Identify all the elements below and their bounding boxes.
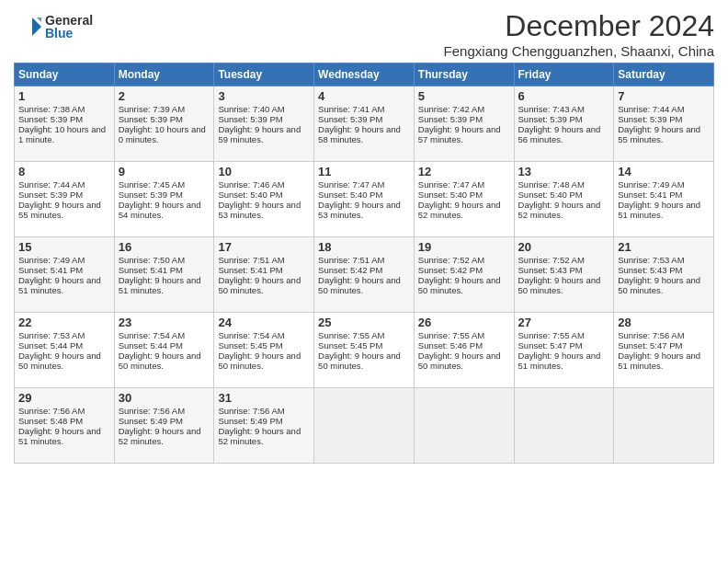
calendar-cell: 23Sunrise: 7:54 AMSunset: 5:44 PMDayligh…: [114, 313, 214, 388]
calendar-cell: 8Sunrise: 7:44 AMSunset: 5:39 PMDaylight…: [15, 162, 115, 237]
logo-blue-text: Blue: [45, 27, 93, 40]
svg-marker-1: [37, 17, 41, 22]
calendar-cell: 19Sunrise: 7:52 AMSunset: 5:42 PMDayligh…: [414, 237, 514, 313]
header-saturday: Saturday: [614, 63, 714, 86]
calendar-cell: 3Sunrise: 7:40 AMSunset: 5:39 PMDaylight…: [214, 86, 314, 162]
calendar-cell: 15Sunrise: 7:49 AMSunset: 5:41 PMDayligh…: [15, 237, 115, 313]
day-number: 6: [518, 89, 610, 103]
calendar-cell: 1Sunrise: 7:38 AMSunset: 5:39 PMDaylight…: [15, 86, 115, 162]
calendar-cell: [314, 388, 415, 464]
calendar-cell: 26Sunrise: 7:55 AMSunset: 5:46 PMDayligh…: [414, 313, 514, 388]
calendar-cell: 20Sunrise: 7:52 AMSunset: 5:43 PMDayligh…: [514, 237, 614, 313]
calendar-cell: 27Sunrise: 7:55 AMSunset: 5:47 PMDayligh…: [514, 313, 614, 388]
header-tuesday: Tuesday: [214, 63, 314, 86]
day-number: 9: [119, 165, 210, 178]
calendar-cell: 13Sunrise: 7:48 AMSunset: 5:40 PMDayligh…: [514, 162, 614, 237]
calendar-cell: 2Sunrise: 7:39 AMSunset: 5:39 PMDaylight…: [114, 86, 214, 162]
calendar-cell: 25Sunrise: 7:55 AMSunset: 5:45 PMDayligh…: [314, 313, 415, 388]
calendar-cell: [614, 388, 714, 464]
calendar-cell: 31Sunrise: 7:56 AMSunset: 5:49 PMDayligh…: [214, 388, 314, 464]
day-number: 15: [18, 240, 110, 254]
day-number: 26: [418, 316, 510, 329]
page-header: General Blue December 2024 Fengxiang Che…: [14, 9, 714, 59]
day-number: 10: [218, 165, 310, 178]
calendar-cell: 10Sunrise: 7:46 AMSunset: 5:40 PMDayligh…: [214, 162, 314, 237]
calendar-cell: 30Sunrise: 7:56 AMSunset: 5:49 PMDayligh…: [114, 388, 214, 464]
day-number: 1: [18, 89, 110, 103]
calendar-body: 1Sunrise: 7:38 AMSunset: 5:39 PMDaylight…: [15, 86, 714, 464]
calendar-cell: 29Sunrise: 7:56 AMSunset: 5:48 PMDayligh…: [15, 388, 115, 464]
calendar-cell: 16Sunrise: 7:50 AMSunset: 5:41 PMDayligh…: [114, 237, 214, 313]
calendar-table: SundayMondayTuesdayWednesdayThursdayFrid…: [14, 63, 714, 464]
day-number: 23: [119, 316, 210, 329]
logo: General Blue: [14, 13, 93, 40]
header-friday: Friday: [514, 63, 614, 86]
title-section: December 2024 Fengxiang Chengguanzhen, S…: [444, 9, 714, 59]
header-sunday: Sunday: [15, 63, 115, 86]
calendar-cell: [514, 388, 614, 464]
day-number: 2: [119, 89, 210, 103]
day-number: 24: [218, 316, 310, 329]
day-number: 7: [618, 89, 710, 103]
day-number: 18: [318, 240, 410, 254]
header-wednesday: Wednesday: [314, 63, 415, 86]
calendar-cell: 21Sunrise: 7:53 AMSunset: 5:43 PMDayligh…: [614, 237, 714, 313]
header-thursday: Thursday: [414, 63, 514, 86]
logo-general-text: General: [45, 14, 93, 27]
location: Fengxiang Chengguanzhen, Shaanxi, China: [444, 43, 714, 59]
day-number: 14: [618, 165, 710, 178]
day-number: 13: [518, 165, 610, 178]
calendar-cell: 4Sunrise: 7:41 AMSunset: 5:39 PMDaylight…: [314, 86, 415, 162]
day-number: 31: [218, 391, 310, 405]
calendar-cell: [414, 388, 514, 464]
logo-icon: [14, 13, 41, 40]
calendar-week-5: 29Sunrise: 7:56 AMSunset: 5:48 PMDayligh…: [15, 388, 714, 464]
day-number: 21: [618, 240, 710, 254]
calendar-cell: 24Sunrise: 7:54 AMSunset: 5:45 PMDayligh…: [214, 313, 314, 388]
day-number: 19: [418, 240, 510, 254]
calendar-week-1: 1Sunrise: 7:38 AMSunset: 5:39 PMDaylight…: [15, 86, 714, 162]
day-number: 20: [518, 240, 610, 254]
day-number: 17: [218, 240, 310, 254]
calendar-header-row: SundayMondayTuesdayWednesdayThursdayFrid…: [15, 63, 714, 86]
calendar-cell: 28Sunrise: 7:56 AMSunset: 5:47 PMDayligh…: [614, 313, 714, 388]
day-number: 11: [318, 165, 410, 178]
calendar-cell: 6Sunrise: 7:43 AMSunset: 5:39 PMDaylight…: [514, 86, 614, 162]
calendar-cell: 18Sunrise: 7:51 AMSunset: 5:42 PMDayligh…: [314, 237, 415, 313]
calendar-week-3: 15Sunrise: 7:49 AMSunset: 5:41 PMDayligh…: [15, 237, 714, 313]
day-number: 16: [119, 240, 210, 254]
calendar-cell: 9Sunrise: 7:45 AMSunset: 5:39 PMDaylight…: [114, 162, 214, 237]
calendar-cell: 17Sunrise: 7:51 AMSunset: 5:41 PMDayligh…: [214, 237, 314, 313]
day-number: 8: [18, 165, 110, 178]
day-number: 29: [18, 391, 110, 405]
calendar-cell: 12Sunrise: 7:47 AMSunset: 5:40 PMDayligh…: [414, 162, 514, 237]
day-number: 3: [218, 89, 310, 103]
day-number: 28: [618, 316, 710, 329]
calendar-cell: 11Sunrise: 7:47 AMSunset: 5:40 PMDayligh…: [314, 162, 415, 237]
day-number: 27: [518, 316, 610, 329]
day-number: 22: [18, 316, 110, 329]
month-title: December 2024: [444, 9, 714, 43]
calendar-cell: 14Sunrise: 7:49 AMSunset: 5:41 PMDayligh…: [614, 162, 714, 237]
calendar-cell: 5Sunrise: 7:42 AMSunset: 5:39 PMDaylight…: [414, 86, 514, 162]
header-monday: Monday: [114, 63, 214, 86]
calendar-cell: 22Sunrise: 7:53 AMSunset: 5:44 PMDayligh…: [15, 313, 115, 388]
day-number: 25: [318, 316, 410, 329]
day-number: 12: [418, 165, 510, 178]
calendar-week-4: 22Sunrise: 7:53 AMSunset: 5:44 PMDayligh…: [15, 313, 714, 388]
day-number: 30: [119, 391, 210, 405]
day-number: 5: [418, 89, 510, 103]
day-number: 4: [318, 89, 410, 103]
calendar-week-2: 8Sunrise: 7:44 AMSunset: 5:39 PMDaylight…: [15, 162, 714, 237]
calendar-cell: 7Sunrise: 7:44 AMSunset: 5:39 PMDaylight…: [614, 86, 714, 162]
